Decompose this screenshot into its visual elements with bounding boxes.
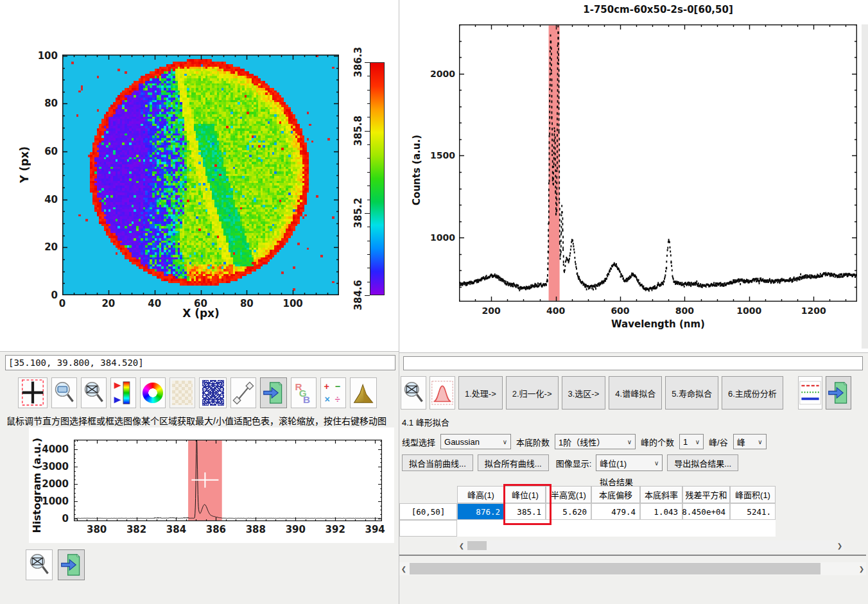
- colorbar-tick: [367, 103, 370, 104]
- heatmap-y-tick-label: 40: [44, 194, 58, 205]
- spectrum-plot[interactable]: [459, 24, 857, 302]
- wave-pattern-icon[interactable]: [199, 377, 227, 408]
- chevron-down-icon: ∨: [627, 438, 632, 445]
- fit-all-curves-button[interactable]: 拟合所有曲线...: [478, 454, 549, 471]
- table-empty-cell: [591, 520, 640, 537]
- histogram-x-tick-label: 384: [166, 524, 186, 535]
- workflow-step-button-6[interactable]: 6.主成份分析: [722, 376, 783, 410]
- table-row-header[interactable]: [60,50]: [399, 503, 457, 520]
- table-cell[interactable]: 8.450e+04: [682, 503, 730, 520]
- image-display-select[interactable]: 峰位(1) ∨: [596, 454, 663, 471]
- zoom-reset-icon[interactable]: [81, 377, 107, 408]
- export-fit-results-button[interactable]: 导出拟合结果...: [667, 454, 738, 471]
- spectrum-x-tick-label: 200: [482, 306, 501, 316]
- chevron-right-icon[interactable]: ❯: [835, 542, 844, 549]
- surface-3d-icon[interactable]: [350, 377, 377, 408]
- workflow-step-button-2[interactable]: 2.归一化->: [506, 376, 559, 410]
- scrollbar-thumb[interactable]: [467, 541, 487, 550]
- chevron-left-icon[interactable]: ❮: [399, 565, 408, 573]
- instruction-text: 鼠标调节直方图选择框或框选图像某个区域获取最大/小值适配色表，滚轮缩放，按住右键…: [6, 414, 386, 427]
- rgb-channels-icon[interactable]: RGB: [291, 377, 317, 408]
- heatmap-y-tick-label: 100: [38, 50, 58, 62]
- colorbar-tick-label: 385.8: [352, 116, 364, 146]
- colormap-icon[interactable]: [110, 377, 136, 408]
- spectrum-x-tick-label: 400: [546, 306, 565, 316]
- table-cell[interactable]: 5.620: [546, 503, 591, 520]
- peak-count-select[interactable]: 1 ∨: [679, 434, 704, 449]
- line-type-label: 线型选择: [402, 436, 435, 448]
- heatmap-x-tick-label: 40: [148, 298, 161, 309]
- export-icon[interactable]: [260, 377, 287, 408]
- crosshair-tool-icon[interactable]: [18, 377, 48, 408]
- heatmap-x-tick-label: 0: [59, 298, 65, 309]
- chevron-down-icon: ∨: [654, 460, 659, 467]
- workflow-step-button-5[interactable]: 5.寿命拟合: [665, 376, 718, 410]
- export-icon[interactable]: [58, 549, 85, 580]
- histogram-toolbar: [26, 549, 85, 580]
- histogram-plot[interactable]: [74, 440, 382, 521]
- table-cell[interactable]: 479.4: [591, 503, 640, 520]
- export-icon[interactable]: [826, 376, 851, 410]
- chevron-down-icon: ∨: [695, 438, 700, 445]
- colorbar-tick: [367, 282, 370, 282]
- line-type-select[interactable]: Gaussian ∨: [440, 434, 511, 449]
- spectrum-y-axis-label: Counts (a.u.): [411, 135, 422, 205]
- chevron-right-icon[interactable]: ❯: [857, 565, 866, 573]
- section-title: 4.1 峰形拟合: [402, 416, 449, 428]
- colorbar-tick: [367, 254, 370, 255]
- colorbar[interactable]: [370, 62, 385, 295]
- colorbar-tick: [367, 144, 370, 145]
- fit-options-row: 线型选择 Gaussian ∨ 本底阶数 1阶（线性） ∨ 峰的个数 1 ∨ 峰…: [402, 434, 767, 449]
- histogram-x-tick-label: 386: [206, 524, 226, 535]
- chevron-down-icon: ∨: [503, 438, 507, 445]
- heatmap-image[interactable]: [62, 55, 339, 295]
- measure-icon[interactable]: [230, 377, 256, 408]
- table-column-header[interactable]: 峰高(1): [457, 486, 505, 503]
- texture-icon[interactable]: [169, 377, 195, 408]
- zoom-reset-icon[interactable]: [26, 549, 53, 580]
- scrollbar-thumb[interactable]: [410, 563, 820, 574]
- curve-styles-icon[interactable]: [798, 376, 822, 410]
- histogram-x-tick-label: 392: [326, 524, 345, 535]
- table-column-header[interactable]: 半高宽(1): [546, 486, 591, 503]
- histogram-y-tick-label: 4000: [42, 444, 69, 455]
- peak-valley-select[interactable]: 峰 ∨: [733, 434, 767, 449]
- colorbar-tick: [367, 268, 370, 268]
- table-empty-cell: [640, 520, 682, 537]
- zoom-reset-icon[interactable]: [401, 376, 426, 410]
- table-empty-cell: [457, 520, 505, 537]
- peak-fit-icon[interactable]: [430, 376, 455, 410]
- workflow-step-button-4[interactable]: 4.谱峰拟合: [609, 376, 662, 410]
- image-toolbar: RGB +−×÷: [18, 377, 377, 408]
- fit-results-table[interactable]: 峰高(1)峰位(1)半高宽(1)本底偏移本底斜率残差平方和峰面积(1)[60,5…: [399, 486, 776, 537]
- table-horizontal-scrollbar[interactable]: ❮ ❯: [457, 540, 844, 551]
- table-column-header[interactable]: 峰面积(1): [730, 486, 776, 503]
- workflow-step-button-3[interactable]: 3.选区->: [562, 376, 606, 410]
- spectrum-x-tick-label: 1200: [801, 306, 826, 316]
- panel-divider-line: [399, 555, 866, 556]
- fit-current-curve-button[interactable]: 拟合当前曲线...: [402, 454, 473, 471]
- workflow-step-button-1[interactable]: 1.处理->: [458, 376, 503, 410]
- heatmap-x-tick-label: 20: [101, 298, 115, 309]
- spectrum-x-tick-label: 1000: [736, 306, 761, 316]
- table-column-header[interactable]: 峰位(1): [505, 486, 546, 503]
- table-cell[interactable]: 385.1: [505, 503, 546, 520]
- table-cell[interactable]: 5241.: [730, 503, 776, 520]
- baseline-order-select[interactable]: 1阶（线性） ∨: [555, 434, 636, 449]
- table-column-header[interactable]: 本底斜率: [640, 486, 682, 503]
- panel-horizontal-scrollbar[interactable]: ❮ ❯: [399, 562, 866, 575]
- table-cell[interactable]: 876.2: [457, 503, 505, 520]
- colorbar-tick-label: 384.6: [352, 280, 364, 310]
- zoom-in-icon[interactable]: [51, 377, 77, 408]
- math-operations-icon[interactable]: +−×÷: [320, 377, 346, 408]
- table-empty-cell: [682, 520, 730, 537]
- chevron-left-icon[interactable]: ❮: [457, 542, 466, 549]
- table-column-header[interactable]: 残差平方和: [682, 486, 730, 503]
- color-wheel-icon[interactable]: [140, 377, 166, 408]
- svg-text:−: −: [335, 382, 340, 392]
- table-column-header[interactable]: 本底偏移: [591, 486, 640, 503]
- table-row-header-empty[interactable]: [399, 520, 457, 537]
- colorbar-tick: [365, 62, 370, 63]
- colorbar-tick: [365, 213, 370, 214]
- table-cell[interactable]: 1.043: [640, 503, 682, 520]
